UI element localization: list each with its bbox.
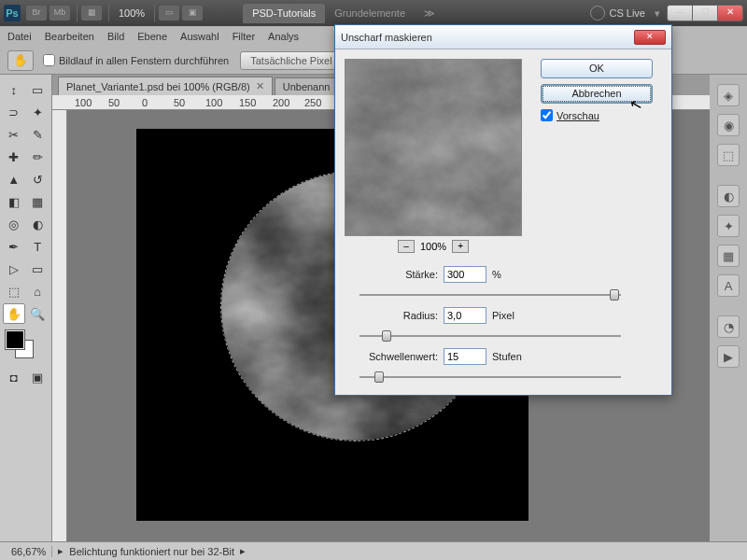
hand-tool[interactable]: ✋ (3, 303, 25, 324)
svg-rect-1 (345, 60, 521, 235)
dialog-title: Unscharf maskieren (341, 32, 432, 43)
title-bar: Ps Br Mb ▦ 100% ▭ ▣ PSD-Tutorials Grunde… (0, 0, 747, 26)
paths-icon[interactable]: ⬚ (717, 144, 740, 166)
radius-slider[interactable] (359, 329, 621, 343)
character-icon[interactable]: A (717, 274, 740, 297)
eraser-tool[interactable]: ◧ (3, 191, 25, 212)
arrange-button[interactable]: ▭ (159, 6, 179, 21)
color-swatch[interactable] (6, 330, 46, 360)
swatches-icon[interactable]: ▦ (717, 245, 740, 267)
type-tool[interactable]: T (27, 236, 49, 257)
dialog-titlebar[interactable]: Unscharf maskieren ✕ (335, 25, 671, 49)
quickmask-button[interactable]: ◘ (3, 367, 25, 387)
lasso-tool[interactable]: ⊃ (3, 102, 25, 122)
menu-analyse[interactable]: Analys (268, 31, 299, 42)
zoom-field[interactable]: 66,67% (6, 546, 52, 557)
menu-bild[interactable]: Bild (107, 31, 124, 42)
screenmode-button[interactable]: ▣ (182, 6, 203, 21)
path-tool[interactable]: ▷ (3, 259, 25, 279)
zoom-tool[interactable]: 🔍 (27, 303, 49, 324)
workspace-tabs: PSD-Tutorials Grundelemente ≫ (243, 4, 444, 23)
zoom-value[interactable]: 100% (119, 7, 145, 19)
shape-tool[interactable]: ▭ (27, 259, 49, 279)
stamp-tool[interactable]: ▲ (3, 169, 25, 189)
select-tool[interactable]: ▭ (27, 79, 49, 100)
filter-preview[interactable] (345, 59, 522, 236)
adjustments-icon[interactable]: ◐ (717, 185, 740, 207)
cslive-label[interactable]: CS Live (609, 7, 645, 19)
scroll-all-checkbox[interactable]: Bildlauf in allen Fenstern durchführen (43, 54, 229, 66)
toolbox: ↕▭ ⊃✦ ✂✎ ✚✏ ▲↺ ◧▦ ◎◐ ✒T ▷▭ ⬚⌂ ✋🔍 ◘▣ (0, 75, 52, 541)
brush-tool[interactable]: ✏ (27, 147, 49, 167)
actions-icon[interactable]: ▶ (717, 345, 740, 368)
actual-pixels-button[interactable]: Tatsächliche Pixel (240, 51, 342, 70)
threshold-input[interactable] (444, 348, 486, 365)
preview-checkbox[interactable]: Vorschau (541, 109, 662, 121)
preview-zoom: 100% (420, 241, 446, 252)
menu-datei[interactable]: Datei (7, 31, 32, 42)
menu-ebene[interactable]: Ebene (137, 31, 167, 42)
history-brush-tool[interactable]: ↺ (27, 169, 49, 189)
close-icon[interactable]: ✕ (256, 80, 264, 92)
bridge-button[interactable]: Br (26, 6, 47, 21)
cancel-button[interactable]: Abbrechen (541, 84, 653, 104)
gradient-tool[interactable]: ▦ (27, 191, 49, 212)
dialog-close-button[interactable]: ✕ (634, 30, 666, 45)
status-bar: 66,67% ▸ Belichtung funktioniert nur bei… (0, 541, 747, 560)
current-tool-indicator[interactable]: ✋ (7, 50, 34, 71)
ruler-vertical (52, 110, 67, 541)
menu-filter[interactable]: Filter (233, 31, 255, 42)
app-icon: Ps (4, 5, 21, 21)
ok-button[interactable]: OK (541, 59, 653, 78)
menu-bearbeiten[interactable]: Bearbeiten (45, 31, 94, 42)
threshold-slider[interactable] (359, 371, 621, 384)
move-tool[interactable]: ↕ (3, 79, 25, 100)
minibridge-button[interactable]: Mb (49, 6, 70, 21)
strength-slider[interactable] (359, 288, 621, 301)
layers-icon[interactable]: ◈ (717, 84, 740, 106)
strength-input[interactable] (444, 266, 486, 283)
right-dock: ◈ ◉ ⬚ ◐ ✦ ▦ A ◔ ▶ (710, 75, 747, 541)
zoom-in-button[interactable]: + (452, 240, 469, 253)
screenmode-tool[interactable]: ▣ (27, 367, 49, 387)
channels-icon[interactable]: ◉ (717, 114, 740, 136)
history-icon[interactable]: ◔ (717, 315, 740, 338)
styles-icon[interactable]: ✦ (717, 215, 740, 237)
minimize-button[interactable]: — (667, 5, 693, 21)
radius-label: Radius: (345, 310, 438, 321)
workspace-tab[interactable]: Grundelemente (325, 4, 415, 23)
workspace-more[interactable]: ≫ (415, 4, 444, 23)
radius-input[interactable] (444, 307, 486, 324)
document-tab[interactable]: Planet_Variante1.psd bei 100% (RGB/8)✕ (58, 77, 273, 95)
workspace-tab[interactable]: PSD-Tutorials (243, 4, 325, 23)
wand-tool[interactable]: ✦ (27, 102, 49, 122)
search-icon[interactable] (590, 6, 605, 21)
camera-tool[interactable]: ⌂ (27, 281, 49, 301)
maximize-button[interactable]: ☐ (692, 5, 718, 21)
close-button[interactable]: ✕ (717, 5, 743, 21)
pen-tool[interactable]: ✒ (3, 236, 25, 257)
strength-label: Stärke: (345, 269, 438, 280)
view-extras-button[interactable]: ▦ (81, 6, 102, 21)
crop-tool[interactable]: ✂ (3, 124, 25, 145)
dodge-tool[interactable]: ◐ (27, 214, 49, 234)
zoom-out-button[interactable]: – (398, 240, 415, 253)
eyedropper-tool[interactable]: ✎ (27, 124, 49, 145)
unsharp-mask-dialog: Unscharf maskieren ✕ – 100% + OK Abbrech… (334, 24, 672, 396)
document-tab[interactable]: Unbenann (275, 77, 339, 95)
blur-tool[interactable]: ◎ (3, 214, 25, 234)
3d-tool[interactable]: ⬚ (3, 281, 25, 301)
threshold-label: Schwellenwert: (345, 351, 438, 362)
status-message: Belichtung funktioniert nur bei 32-Bit (69, 546, 234, 557)
heal-tool[interactable]: ✚ (3, 147, 25, 167)
menu-auswahl[interactable]: Auswahl (180, 31, 219, 42)
